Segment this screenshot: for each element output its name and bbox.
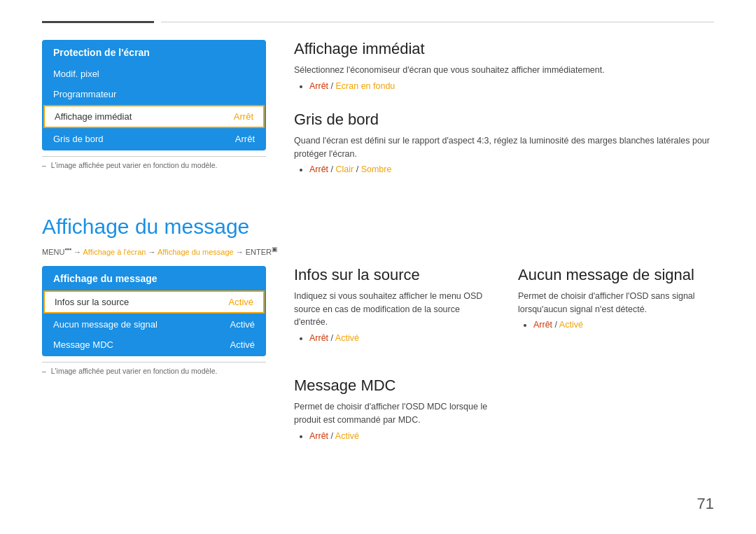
aucun-message-bullet-1: Arrêt / Activé [533,320,714,330]
active-link-1[interactable]: Activé [335,333,359,343]
infos-source-bullets: Arrêt / Activé [309,333,490,343]
bottom-section: Affichage du message Infos sur la source… [42,266,714,461]
aucun-message-title: Aucun message de signal [518,266,714,284]
top-rule-dark [42,21,154,23]
bottom-caption: – L'image affichée peut varier en foncti… [42,362,266,375]
infos-source-section: Infos sur la source Indiquez si vous sou… [294,266,490,343]
menu-item-gris-de-bord-label: Gris de bord [53,134,104,144]
menu-item-programmateur-label: Programmateur [53,89,116,99]
arret-link-1[interactable]: Arrêt [309,81,328,91]
affichage-immediat-title: Affichage immédiat [294,40,714,58]
menu-item-message-mdc-value: Activé [230,339,255,350]
sombre-link[interactable]: Sombre [361,164,392,174]
aucun-message-section: Aucun message de signal Permet de choisi… [518,266,714,343]
arret-link-3[interactable]: Arrêt [309,333,328,343]
menu-item-aucun-message[interactable]: Aucun message de signal Activé [43,314,265,335]
menu-item-modif-pixel[interactable]: Modif. pixel [43,64,265,84]
gris-de-bord-section: Gris de bord Quand l'écran est défini su… [294,111,714,175]
top-section: Protection de l'écran Modif. pixel Progr… [42,40,714,194]
infos-source-desc: Indiquez si vous souhaitez afficher le m… [294,290,490,329]
message-mdc-bullets: Arrêt / Activé [309,431,490,441]
gris-de-bord-title: Gris de bord [294,111,714,129]
menu-item-affichage-immediat-label: Affichage immédiat [55,111,132,122]
menu-item-aucun-message-label: Aucun message de signal [53,319,158,330]
menu-path-arrow1: → [74,248,83,256]
top-right-col: Affichage immédiat Sélectionnez l'économ… [294,40,714,194]
menu-path-prefix: MENU [42,248,64,256]
separator-2: / [331,164,336,174]
bottom-right-col: Infos sur la source Indiquez si vous sou… [294,266,714,461]
affichage-immediat-desc: Sélectionnez l'économiseur d'écran que v… [294,64,714,77]
menu-item-affichage-immediat-value: Arrêt [234,111,253,122]
menu-item-message-mdc-label: Message MDC [53,339,113,350]
clair-link[interactable]: Clair [336,164,354,174]
gris-de-bord-bullets: Arrêt / Clair / Sombre [309,164,714,174]
protection-menu-box: Protection de l'écran Modif. pixel Progr… [42,40,266,150]
menu-item-infos-source-label: Infos sur la source [55,297,129,307]
active-link-3[interactable]: Activé [335,431,359,441]
active-link-2[interactable]: Activé [559,320,583,330]
page-section-title: Affichage du message [42,215,714,239]
menu-item-affichage-immediat[interactable]: Affichage immédiat Arrêt [43,105,265,128]
menu-item-aucun-message-value: Activé [230,319,255,330]
aucun-message-desc: Permet de choisir d'afficher l'OSD sans … [518,290,714,316]
menu-item-message-mdc[interactable]: Message MDC Activé [43,335,265,355]
infos-source-bullet-1: Arrêt / Activé [309,333,490,343]
top-rule [42,21,714,23]
message-menu-box: Affichage du message Infos sur la source… [42,266,266,356]
menu-item-gris-de-bord-value: Arrêt [235,134,255,144]
message-mdc-section: Message MDC Permet de choisir d'afficher… [294,377,490,441]
protection-menu-title: Protection de l'écran [43,41,265,64]
bottom-left-col: Affichage du message Infos sur la source… [42,266,266,461]
menu-item-programmateur[interactable]: Programmateur [43,84,265,104]
menu-path-arrow2: → [148,248,158,256]
separator-3: / [356,164,361,174]
menu-path-link2[interactable]: Affichage du message [158,248,234,256]
menu-path-suffix: → ENTER [236,248,272,256]
message-mdc-title: Message MDC [294,377,490,395]
menu-path-link1[interactable]: Affichage à l'écran [83,248,146,256]
gris-de-bord-bullet-1: Arrêt / Clair / Sombre [309,164,714,174]
top-caption: – L'image affichée peut varier en foncti… [42,156,266,169]
ecran-en-fondu-link[interactable]: Ecran en fondu [336,81,396,91]
gris-de-bord-desc: Quand l'écran est défini sur le rapport … [294,134,714,161]
arret-link-4[interactable]: Arrêt [533,320,552,330]
message-mdc-bullet-1: Arrêt / Activé [309,431,490,441]
top-left-col: Protection de l'écran Modif. pixel Progr… [42,40,266,194]
aucun-message-bullets: Arrêt / Activé [533,320,714,330]
affichage-immediat-bullet-1: Arrêt / Ecran en fondu [309,81,714,91]
top-rule-light [161,22,714,22]
page-number: 71 [697,495,714,513]
menu-item-infos-source-value: Activé [229,297,253,307]
message-menu-title: Affichage du message [43,267,265,290]
arret-link-2[interactable]: Arrêt [309,164,328,174]
arret-link-5[interactable]: Arrêt [309,431,328,441]
infos-source-title: Infos sur la source [294,266,490,284]
separator-1: / [331,81,336,91]
menu-item-gris-de-bord[interactable]: Gris de bord Arrêt [43,129,265,149]
menu-item-infos-source[interactable]: Infos sur la source Activé [43,290,265,314]
affichage-immediat-bullets: Arrêt / Ecran en fondu [309,81,714,91]
affichage-immediat-section: Affichage immédiat Sélectionnez l'économ… [294,40,714,91]
menu-path: MENU▪▪▪ → Affichage à l'écran → Affichag… [42,246,714,256]
menu-item-modif-pixel-label: Modif. pixel [53,69,99,79]
message-mdc-desc: Permet de choisir d'afficher l'OSD MDC l… [294,400,490,427]
